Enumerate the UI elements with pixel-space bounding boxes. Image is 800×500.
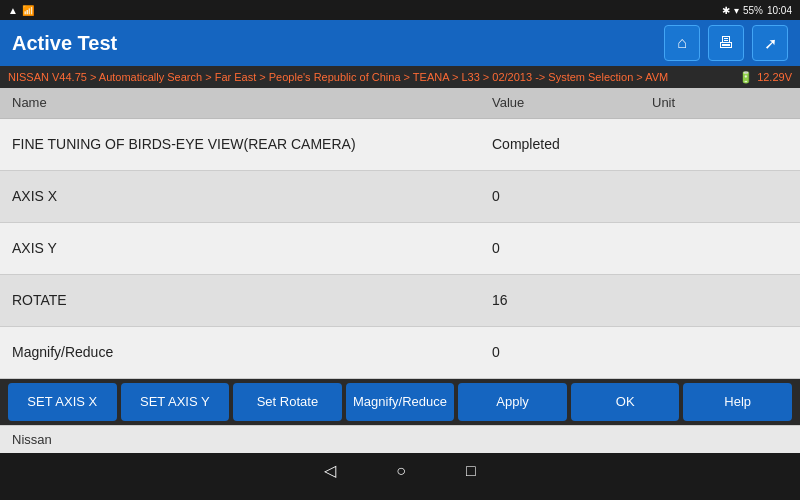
table-row: FINE TUNING OF BIRDS-EYE VIEW(REAR CAMER… [0, 118, 800, 170]
voltage-value: 12.29V [757, 71, 792, 83]
set-axis-x-button[interactable]: SET AXIS X [8, 383, 117, 421]
cell-name-2: AXIS Y [0, 222, 480, 274]
footer: Nissan [0, 425, 800, 453]
wifi-status-icon: ▾ [734, 5, 739, 16]
time-label: 10:04 [767, 5, 792, 16]
bluetooth-icon: ✱ [722, 5, 730, 16]
set-axis-y-button[interactable]: SET AXIS Y [121, 383, 230, 421]
help-button[interactable]: Help [683, 383, 792, 421]
cell-unit-3 [640, 274, 800, 326]
col-header-value: Value [480, 88, 640, 118]
export-icon: ➚ [764, 34, 777, 53]
cell-name-4: Magnify/Reduce [0, 326, 480, 378]
col-header-name: Name [0, 88, 480, 118]
cell-value-1: 0 [480, 170, 640, 222]
battery-label: 55% [743, 5, 763, 16]
table-header-row: Name Value Unit [0, 88, 800, 118]
cell-unit-1 [640, 170, 800, 222]
col-header-unit: Unit [640, 88, 800, 118]
app-title: Active Test [12, 32, 117, 55]
ok-button[interactable]: OK [571, 383, 680, 421]
cell-name-3: ROTATE [0, 274, 480, 326]
header-actions: ⌂ 🖶 ➚ [664, 25, 788, 61]
cell-value-4: 0 [480, 326, 640, 378]
cell-name-1: AXIS X [0, 170, 480, 222]
status-icons-right: ✱ ▾ 55% 10:04 [722, 5, 792, 16]
cell-value-3: 16 [480, 274, 640, 326]
table-row: AXIS X 0 [0, 170, 800, 222]
status-bar: ▲ 📶 ✱ ▾ 55% 10:04 [0, 0, 800, 20]
brand-label: Nissan [12, 432, 52, 447]
android-home-icon[interactable]: ○ [396, 462, 406, 480]
breadcrumb-text: NISSAN V44.75 > Automatically Search > F… [8, 71, 668, 83]
status-icons-left: ▲ 📶 [8, 5, 34, 16]
cell-value-0: Completed [480, 118, 640, 170]
back-icon[interactable]: ◁ [324, 461, 336, 480]
cell-unit-2 [640, 222, 800, 274]
table-row: Magnify/Reduce 0 [0, 326, 800, 378]
magnify-reduce-button[interactable]: Magnify/Reduce [346, 383, 455, 421]
app-header: Active Test ⌂ 🖶 ➚ [0, 20, 800, 66]
signal-icon: 📶 [22, 5, 34, 16]
voltage-display: 🔋 12.29V [739, 71, 792, 84]
print-button[interactable]: 🖶 [708, 25, 744, 61]
table-row: AXIS Y 0 [0, 222, 800, 274]
set-rotate-button[interactable]: Set Rotate [233, 383, 342, 421]
wifi-icon: ▲ [8, 5, 18, 16]
recent-apps-icon[interactable]: □ [466, 462, 476, 480]
action-buttons: SET AXIS X SET AXIS Y Set Rotate Magnify… [0, 379, 800, 425]
battery-status-icon: 🔋 [739, 71, 753, 84]
data-table: Name Value Unit FINE TUNING OF BIRDS-EYE… [0, 88, 800, 379]
apply-button[interactable]: Apply [458, 383, 567, 421]
table-row: ROTATE 16 [0, 274, 800, 326]
cell-name-0: FINE TUNING OF BIRDS-EYE VIEW(REAR CAMER… [0, 118, 480, 170]
home-icon: ⌂ [677, 34, 687, 52]
android-nav-bar: ◁ ○ □ [0, 453, 800, 489]
print-icon: 🖶 [718, 34, 734, 52]
cell-value-2: 0 [480, 222, 640, 274]
home-button[interactable]: ⌂ [664, 25, 700, 61]
cell-unit-0 [640, 118, 800, 170]
cell-unit-4 [640, 326, 800, 378]
export-button[interactable]: ➚ [752, 25, 788, 61]
breadcrumb: NISSAN V44.75 > Automatically Search > F… [0, 66, 800, 88]
